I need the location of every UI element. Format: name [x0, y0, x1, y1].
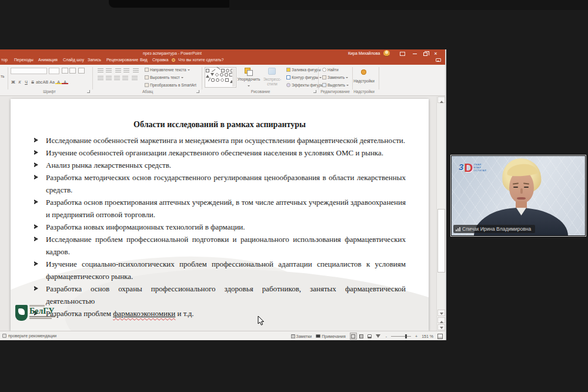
quick-styles-button-line1[interactable]: Экспресс-: [262, 77, 282, 81]
double-arrow-up-icon: [440, 319, 443, 323]
slide-work-area: Области исследований в рамках аспирантур…: [0, 96, 445, 331]
align-text-icon: [145, 75, 149, 79]
align-center-button[interactable]: [106, 76, 112, 81]
font-style-buttons[interactable]: ЖКЧSabcАВАаАА: [10, 75, 68, 86]
list-item: Анализ рынка лекарственных средств.: [11, 159, 429, 171]
text-direction-button[interactable]: Направление текста: [145, 66, 190, 73]
belgu-logo-caption: [29, 316, 55, 317]
zoom-in-button[interactable]: +: [415, 334, 417, 338]
account-name[interactable]: Кира Михайлова: [348, 51, 380, 55]
account-avatar[interactable]: [383, 50, 390, 57]
slide-canvas[interactable]: Области исследований в рамках аспирантур…: [11, 99, 429, 331]
editing-group-label: Редактирование: [320, 89, 350, 94]
font-size-input[interactable]: [49, 68, 59, 74]
belgu-logo: БелГУ: [15, 305, 55, 321]
accessibility-status[interactable]: проверьте рекомендации: [2, 334, 56, 338]
arrow-up-icon: [440, 99, 443, 103]
addins-button[interactable]: Надстройки: [352, 79, 376, 83]
increase-indent-button[interactable]: [123, 68, 129, 74]
underline-button[interactable]: Ч: [23, 80, 29, 84]
find-button[interactable]: Найти: [322, 66, 339, 73]
numbering-button[interactable]: [106, 68, 112, 74]
zoom-slider[interactable]: [391, 336, 411, 337]
participant-name: Спичак Ирина Владимировна: [462, 226, 531, 232]
change-case-button[interactable]: Аа: [49, 80, 55, 84]
previous-slide-button[interactable]: [437, 317, 445, 323]
tab-retsenzirovanie[interactable]: Рецензирование: [106, 58, 138, 62]
reading-view-button[interactable]: [366, 333, 373, 340]
bullet-arrow-icon: [34, 150, 41, 155]
paragraph-group-label: Абзац: [94, 89, 201, 94]
notes-button[interactable]: Заметки: [291, 334, 312, 338]
zoom-slider-thumb[interactable]: [405, 334, 407, 338]
justify-button[interactable]: [122, 76, 128, 81]
scroll-down-button[interactable]: [437, 310, 445, 316]
shapes-gallery[interactable]: [205, 67, 236, 88]
belgu-shield-icon: [15, 305, 28, 321]
list-item: Изучение особенностей организации лекарс…: [11, 147, 429, 159]
shape-effects-button[interactable]: Эффекты фигуры: [286, 81, 327, 88]
slideshow-button[interactable]: [375, 333, 382, 340]
next-slide-button[interactable]: [437, 324, 445, 330]
tab-perekhody[interactable]: Переходы: [14, 58, 34, 62]
font-dialog-launcher[interactable]: [87, 90, 90, 93]
person-eye: [524, 187, 529, 188]
zoom-out-button[interactable]: -: [386, 334, 387, 338]
tab-zapis[interactable]: Запись: [88, 58, 101, 62]
addins-icon: [361, 69, 366, 75]
clear-format-button[interactable]: [78, 68, 85, 74]
participant-name-tag: Спичак Ирина Владимировна: [453, 225, 535, 233]
bold-button[interactable]: Ж: [10, 80, 16, 84]
ribbon-tabs: тор Переходы Анимация Слайд шоу Запись Р…: [0, 57, 445, 65]
select-button[interactable]: Выделить: [322, 81, 349, 88]
shape-outline-icon: [286, 75, 290, 79]
strike-button[interactable]: S: [29, 80, 36, 84]
line-spacing-button[interactable]: [133, 68, 139, 74]
fit-slide-button[interactable]: [437, 334, 443, 339]
grow-font-button[interactable]: [62, 68, 68, 74]
shadow-button[interactable]: abc: [36, 80, 42, 84]
shape-outline-button[interactable]: Контур фигуры: [286, 74, 322, 81]
tell-me-box[interactable]: Что вы хотите сделать?: [178, 58, 223, 62]
highlight-button[interactable]: А: [55, 80, 62, 84]
font-color-button[interactable]: А: [62, 80, 68, 84]
scrollbar-thumb[interactable]: [437, 209, 445, 273]
tab-spravka[interactable]: Справка: [152, 58, 168, 62]
ribbon-display-icon: [400, 52, 405, 56]
shrink-font-button[interactable]: [69, 68, 76, 74]
tell-me-bulb-icon: [172, 58, 175, 62]
align-left-button[interactable]: [98, 76, 103, 81]
arrange-button[interactable]: Упорядочить: [236, 77, 261, 81]
shapes-gallery-scrollbar[interactable]: [232, 68, 235, 87]
zoom-level[interactable]: 151 %: [422, 334, 433, 338]
scroll-up-button[interactable]: [437, 97, 445, 103]
comments-button[interactable]: Примечания: [316, 334, 345, 338]
vertical-scrollbar[interactable]: [436, 97, 445, 331]
person-nose: [520, 188, 523, 194]
align-right-button[interactable]: [114, 76, 120, 81]
columns-button[interactable]: [132, 76, 138, 81]
smartart-button[interactable]: Преобразовать в SmartArt: [145, 81, 196, 88]
tab-konstruktor-partial[interactable]: тор: [1, 58, 8, 62]
top-window-shadow: [109, 0, 233, 8]
webcam-tile[interactable]: 3 D умай елай остигай: [450, 155, 586, 237]
tab-slide-show[interactable]: Слайд шоу: [63, 58, 84, 62]
drawing-dialog-launcher[interactable]: [313, 90, 316, 93]
bullets-button[interactable]: [98, 68, 103, 74]
minimize-icon: [413, 54, 417, 54]
tab-vid[interactable]: Вид: [140, 58, 148, 62]
spacing-button[interactable]: АВ: [42, 80, 49, 84]
italic-button[interactable]: К: [16, 80, 23, 84]
normal-view-button[interactable]: [350, 333, 357, 340]
tab-animatsiya[interactable]: Анимация: [38, 58, 58, 62]
slide-content: Области исследований в рамках аспирантур…: [11, 120, 429, 320]
font-name-input[interactable]: [11, 68, 47, 74]
replace-button[interactable]: Заменить: [322, 74, 348, 81]
slide-sorter-view-button[interactable]: [358, 333, 365, 340]
quick-styles-button-line2[interactable]: стили: [262, 82, 282, 86]
decrease-indent-button[interactable]: [115, 68, 121, 74]
signal-bars-icon: [456, 227, 460, 231]
align-text-button[interactable]: Выровнять текст: [145, 74, 183, 81]
group-divider: [318, 67, 319, 89]
paragraph-dialog-launcher[interactable]: [196, 90, 199, 93]
